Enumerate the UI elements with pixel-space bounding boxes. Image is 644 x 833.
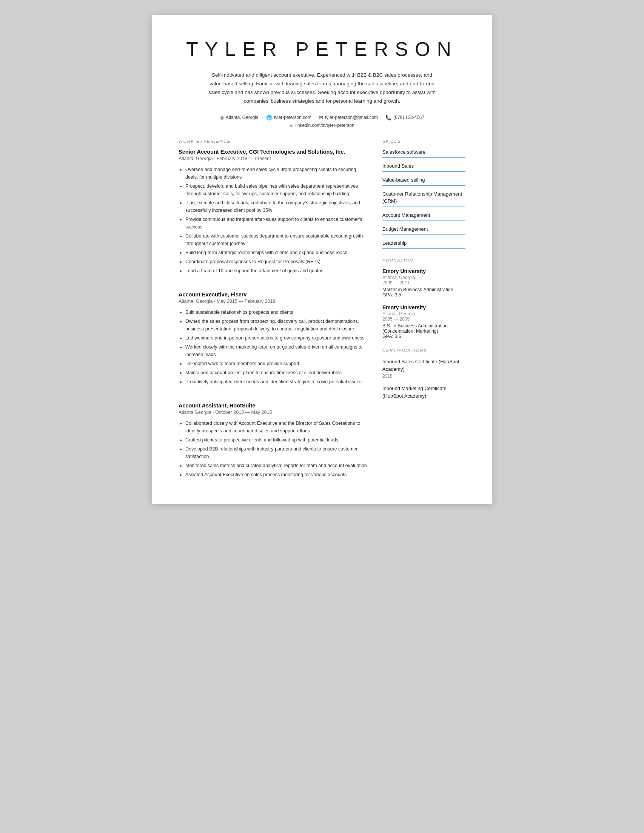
bullet-1-1: Oversee and manage end-to-end sales cycl… bbox=[185, 166, 367, 181]
skill-6: Leadership bbox=[382, 240, 466, 249]
bullet-2-1: Built sustainable relationships prospect… bbox=[185, 309, 367, 316]
divider-1 bbox=[178, 283, 367, 283]
contact-website: 🌐 tyler-peterson.com bbox=[266, 115, 312, 121]
edu-gpa-1: GPA: 3.6 bbox=[382, 334, 466, 339]
website-text: tyler-peterson.com bbox=[274, 115, 312, 120]
skill-name-3: Customer Relationship Management (CRM) bbox=[382, 191, 466, 204]
skills-label: SKILLS bbox=[382, 139, 466, 143]
job-bullets-2: Built sustainable relationships prospect… bbox=[178, 309, 367, 386]
edu-gpa-0: GPA: 3.5 bbox=[382, 292, 466, 298]
education-label: EDUCATION bbox=[382, 258, 466, 263]
skill-0: Salesforce software bbox=[382, 149, 466, 158]
skill-4: Account Management bbox=[382, 212, 466, 221]
bullet-1-7: Coordinate proposal responses to Request… bbox=[185, 258, 367, 265]
job-title-2: Account Executive, Fiserv bbox=[178, 291, 367, 298]
bullet-3-2: Crafted pitches to prospective clients a… bbox=[185, 436, 367, 444]
skill-name-0: Salesforce software bbox=[382, 149, 466, 156]
job-location-3: Atlanta Georgia bbox=[178, 410, 211, 415]
job-title-3: Account Assistant, HootSuite bbox=[178, 402, 367, 408]
bullet-1-2: Prospect, develop, and build sales pipel… bbox=[185, 182, 367, 198]
bullet-3-4: Monitored sales metrics and curated anal… bbox=[185, 462, 367, 470]
email-text: tyler-peterson@gmail.com bbox=[325, 115, 378, 120]
divider-2 bbox=[178, 394, 367, 394]
edu-location-0: Atlanta, Georgia bbox=[382, 275, 466, 280]
globe-icon: 🌐 bbox=[266, 115, 272, 121]
skill-name-4: Account Management bbox=[382, 212, 466, 219]
skill-1: Inbound Sales bbox=[382, 163, 466, 172]
resume-page: TYLER PETERSON Self-motivated and dilige… bbox=[152, 15, 492, 504]
bullet-2-3: Led webinars and in-person presentations… bbox=[185, 334, 367, 342]
edu-block-0: Emory University Atlanta, Georgia 2009 —… bbox=[382, 268, 466, 298]
cert-block-1: Inbound Marketing Certificate (HubSpot A… bbox=[382, 385, 466, 399]
contact-email: ✉ tyler-peterson@gmail.com bbox=[319, 115, 378, 121]
skill-3: Customer Relationship Management (CRM) bbox=[382, 191, 466, 207]
skill-name-6: Leadership bbox=[382, 240, 466, 246]
location-icon: ◎ bbox=[220, 115, 224, 121]
edu-degree-1: B.S. in Business Administration (Concent… bbox=[382, 323, 466, 334]
work-experience-label: WORK EXPERIENCE bbox=[178, 139, 367, 143]
edu-location-1: Atlanta, Georgia bbox=[382, 311, 466, 317]
side-column: SKILLS Salesforce software Inbound Sales… bbox=[382, 139, 466, 481]
job-title-1: Senior Account Executive, CGI Technologi… bbox=[178, 149, 367, 155]
bullet-1-5: Collaborate with customer success depart… bbox=[185, 232, 367, 247]
job-block-2: Account Executive, Fiserv Atlanta, Georg… bbox=[178, 291, 367, 386]
bullet-2-7: Proactively anticipated client needs and… bbox=[185, 378, 367, 386]
contact-row-1: ◎ Atlanta, Georgia 🌐 tyler-peterson.com … bbox=[178, 115, 466, 121]
bullet-2-4: Worked closely with the marketing team o… bbox=[185, 343, 367, 359]
two-col-layout: WORK EXPERIENCE Senior Account Executive… bbox=[178, 139, 466, 481]
linkedin-icon: in bbox=[289, 123, 293, 129]
bullet-3-1: Collaborated closely with Account Execut… bbox=[185, 420, 367, 435]
bullet-2-6: Maintained account project plans to ensu… bbox=[185, 369, 367, 376]
bullet-3-3: Developed B2B relationships with industr… bbox=[185, 445, 367, 460]
contact-phone: 📞 (678) 123-4567 bbox=[385, 115, 424, 121]
skill-name-1: Inbound Sales bbox=[382, 163, 466, 170]
phone-icon: 📞 bbox=[385, 115, 392, 121]
edu-year-0: 2009 — 2011 bbox=[382, 280, 466, 285]
summary-text: Self-motivated and diligent account exec… bbox=[205, 71, 439, 106]
cert-block-0: Inbound Sales Certificate (HubSpot Acade… bbox=[382, 358, 466, 379]
contact-row-2: in linkedin.com/in/tyler-peterson bbox=[178, 123, 466, 129]
bullet-2-5: Delegated work to team members and provi… bbox=[185, 360, 367, 367]
job-dates-2: May 2015 — February 2018 bbox=[217, 299, 276, 304]
certifications-label: CERTIFICATIONS bbox=[382, 348, 466, 353]
skill-name-2: Value-based selling bbox=[382, 177, 466, 183]
bullet-1-6: Build long-term strategic relationships … bbox=[185, 249, 367, 256]
location-text: Atlanta, Georgia bbox=[226, 115, 259, 120]
job-sep-2: · bbox=[214, 299, 217, 304]
job-location-1: Atlanta, Georgia bbox=[178, 156, 212, 161]
contact-linkedin: in linkedin.com/in/tyler-peterson bbox=[289, 123, 354, 129]
email-icon: ✉ bbox=[319, 115, 323, 121]
job-bullets-3: Collaborated closely with Account Execut… bbox=[178, 420, 367, 478]
job-bullets-1: Oversee and manage end-to-end sales cycl… bbox=[178, 166, 367, 275]
bullet-3-5: Assisted Account Executive on sales proc… bbox=[185, 471, 367, 478]
edu-degree-0: Master in Business Administration bbox=[382, 287, 466, 292]
job-location-2: Atlanta, Georgia bbox=[178, 299, 212, 304]
bullet-1-3: Plan, execute and close leads, contribut… bbox=[185, 199, 367, 214]
job-meta-3: Atlanta Georgia · October 2013 — May 201… bbox=[178, 410, 367, 415]
edu-year-1: 2005 — 2009 bbox=[382, 317, 466, 322]
edu-block-1: Emory University Atlanta, Georgia 2005 —… bbox=[382, 304, 466, 339]
bullet-1-8: Lead a team of 10 and support the attain… bbox=[185, 267, 367, 275]
bullet-1-4: Provide continuous and frequent after-sa… bbox=[185, 215, 367, 231]
skill-2: Value-based selling bbox=[382, 177, 466, 186]
phone-text: (678) 123-4567 bbox=[393, 115, 424, 120]
bullet-2-2: Owned the sales process from prospecting… bbox=[185, 318, 367, 333]
edu-school-0: Emory University bbox=[382, 268, 466, 274]
skill-name-5: Budget Management bbox=[382, 226, 466, 233]
job-sep-1: · bbox=[214, 156, 217, 161]
cert-name-1: Inbound Marketing Certificate (HubSpot A… bbox=[382, 385, 466, 399]
edu-school-1: Emory University bbox=[382, 304, 466, 310]
job-dates-1: February 2018 — Present bbox=[217, 156, 271, 161]
main-column: WORK EXPERIENCE Senior Account Executive… bbox=[178, 139, 367, 481]
cert-year-0: 2018 bbox=[382, 373, 466, 379]
skill-5: Budget Management bbox=[382, 226, 466, 235]
job-meta-1: Atlanta, Georgia · February 2018 — Prese… bbox=[178, 156, 367, 161]
job-meta-2: Atlanta, Georgia · May 2015 — February 2… bbox=[178, 299, 367, 304]
linkedin-text: linkedin.com/in/tyler-peterson bbox=[296, 123, 355, 128]
job-dates-3: October 2013 — May 2015 bbox=[215, 410, 272, 415]
job-block-3: Account Assistant, HootSuite Atlanta Geo… bbox=[178, 402, 367, 478]
contact-location: ◎ Atlanta, Georgia bbox=[220, 115, 259, 121]
candidate-name: TYLER PETERSON bbox=[178, 38, 466, 60]
cert-name-0: Inbound Sales Certificate (HubSpot Acade… bbox=[382, 358, 466, 373]
job-block-1: Senior Account Executive, CGI Technologi… bbox=[178, 149, 367, 275]
